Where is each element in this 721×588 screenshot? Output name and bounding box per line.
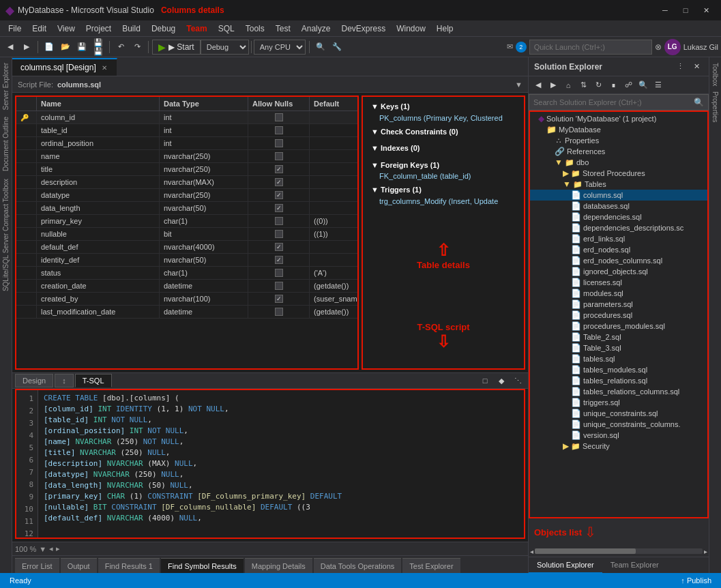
table-row[interactable]: name nvarchar(250) [16, 150, 357, 163]
cpu-select[interactable]: Any CPU x86 x64 [254, 40, 306, 55]
table-row[interactable]: creation_date datetime (getdate()) [16, 280, 357, 293]
se-sync-button[interactable]: ⇅ [576, 78, 590, 92]
toolbox-label[interactable]: Toolbox [710, 60, 720, 89]
se-horizontal-scrollbar[interactable]: ◂ ▸ [529, 546, 709, 557]
row-allownulls[interactable] [248, 228, 310, 240]
menu-help[interactable]: Help [431, 23, 459, 35]
null-checkbox[interactable] [275, 178, 283, 186]
se-project-item[interactable]: 📁 MyDatabase [530, 124, 707, 135]
se-properties-item[interactable]: ⛬ Properties [530, 135, 707, 146]
se-file-item[interactable]: 📄 procedures_modules.sql [530, 321, 707, 332]
row-allownulls[interactable] [248, 124, 310, 136]
se-file-item[interactable]: 📄 erd_nodes.sql [530, 244, 707, 255]
tab-columns-design[interactable]: columns.sql [Design] ✕ [12, 58, 117, 76]
toolbar-btn-2[interactable]: 🔧 [329, 40, 344, 55]
nav-forward-button[interactable]: ▶ [19, 40, 34, 55]
toolbar-btn-1[interactable]: 🔍 [313, 40, 328, 55]
script-file-dropdown[interactable]: ▼ [515, 80, 523, 89]
tsql-tab[interactable]: T-SQL [75, 374, 112, 387]
row-allownulls[interactable] [248, 306, 310, 318]
close-button[interactable]: ✕ [696, 3, 716, 17]
se-search-input[interactable] [533, 98, 691, 106]
tab-close-button[interactable]: ✕ [100, 63, 108, 72]
minimize-button[interactable]: ─ [656, 3, 675, 17]
editor-ctrl-3[interactable]: ⋱ [510, 373, 525, 388]
se-menu-button[interactable]: ☰ [651, 78, 665, 92]
se-tab-solution[interactable]: Solution Explorer [529, 557, 602, 574]
maximize-button[interactable]: □ [676, 3, 695, 17]
null-checkbox[interactable] [275, 308, 283, 316]
se-file-item[interactable]: 📄 ignored_objects.sql [530, 266, 707, 277]
scroll-right-button[interactable]: ▸ [704, 548, 707, 555]
se-back-button[interactable]: ◀ [531, 78, 545, 92]
null-checkbox[interactable] [275, 204, 283, 212]
row-allownulls[interactable] [248, 111, 310, 123]
row-allownulls[interactable] [248, 163, 310, 175]
menu-test[interactable]: Test [270, 23, 296, 35]
null-checkbox[interactable] [275, 217, 283, 225]
menu-sql[interactable]: SQL [213, 23, 240, 35]
row-allownulls[interactable] [248, 241, 310, 253]
table-row[interactable]: table_id int [16, 124, 357, 137]
menu-view[interactable]: View [52, 23, 80, 35]
table-row[interactable]: status char(1) ('A') [16, 267, 357, 280]
zoom-dropdown[interactable]: ▼ [39, 545, 46, 553]
null-checkbox[interactable] [275, 139, 283, 147]
row-allownulls[interactable] [248, 137, 310, 149]
se-file-item[interactable]: 📄 columns.sql [530, 190, 707, 201]
se-refresh-button[interactable]: ↻ [591, 78, 605, 92]
se-tab-team[interactable]: Team Explorer [602, 557, 667, 574]
null-checkbox[interactable] [275, 295, 283, 303]
row-allownulls[interactable] [248, 267, 310, 279]
undo-button[interactable]: ↶ [113, 40, 128, 55]
sort-tab[interactable]: ↕ [55, 374, 74, 387]
se-file-item[interactable]: 📄 erd_links.sql [530, 233, 707, 244]
se-file-item[interactable]: 📄 dependencies.sql [530, 211, 707, 222]
row-allownulls[interactable] [248, 293, 310, 305]
table-row[interactable]: identity_def nvarchar(50) [16, 254, 357, 267]
null-checkbox[interactable] [275, 126, 283, 134]
se-file-item[interactable]: 📄 procedures.sql [530, 310, 707, 321]
tab-test-explorer[interactable]: Test Explorer [402, 558, 460, 573]
redo-button[interactable]: ↷ [130, 40, 145, 55]
se-file-item[interactable]: 📄 erd_nodes_columns.sql [530, 255, 707, 266]
save-button[interactable]: 💾 [74, 40, 89, 55]
row-allownulls[interactable] [248, 189, 310, 201]
new-file-button[interactable]: 📄 [42, 40, 57, 55]
editor-ctrl-1[interactable]: □ [477, 373, 492, 388]
se-dbo-item[interactable]: ▼ 📁 dbo [530, 157, 707, 168]
se-file-item[interactable]: 📄 parameters.sql [530, 299, 707, 310]
design-tab[interactable]: Design [15, 374, 53, 387]
tab-output[interactable]: Output [61, 558, 97, 573]
user-avatar[interactable]: LG [664, 39, 681, 55]
menu-edit[interactable]: Edit [27, 23, 52, 35]
table-row[interactable]: default_def nvarchar(4000) [16, 241, 357, 254]
menu-file[interactable]: File [3, 23, 27, 35]
table-row[interactable]: nullable bit ((1)) [16, 228, 357, 241]
se-tables-item[interactable]: ▼ 📁 Tables [530, 179, 707, 190]
se-home-button[interactable]: ⌂ [561, 78, 575, 92]
editor-ctrl-2[interactable]: ◆ [494, 373, 509, 388]
save-all-button[interactable]: 💾💾 [91, 40, 106, 55]
se-file-item[interactable]: 📄 Table_2.sql [530, 332, 707, 342]
menu-devexpress[interactable]: DevExpress [336, 23, 391, 35]
se-file-item[interactable]: 📄 tables_modules.sql [530, 364, 707, 375]
se-security-item[interactable]: ▶ 📁 Security [530, 441, 707, 452]
table-row[interactable]: ordinal_position int [16, 137, 357, 150]
table-row[interactable]: created_by nvarchar(100) (suser_sname()) [16, 293, 357, 306]
menu-debug[interactable]: Debug [146, 23, 181, 35]
null-checkbox[interactable] [275, 243, 283, 251]
null-checkbox[interactable] [275, 269, 283, 277]
se-file-item[interactable]: 📄 tables.sql [530, 353, 707, 364]
null-checkbox[interactable] [275, 165, 283, 173]
se-file-item[interactable]: 📄 version.sql [530, 430, 707, 441]
table-row[interactable]: title nvarchar(250) [16, 163, 357, 176]
status-publish[interactable]: ↑ Publish [677, 576, 716, 585]
se-collapse-button[interactable]: ∎ [606, 78, 620, 92]
status-ready[interactable]: Ready [5, 576, 35, 585]
row-allownulls[interactable] [248, 254, 310, 266]
menu-tools[interactable]: Tools [240, 23, 270, 35]
sql-code-content[interactable]: CREATE TABLE [dbo].[columns] ( [column_i… [38, 390, 524, 538]
table-row[interactable]: data_length nvarchar(50) [16, 202, 357, 215]
se-close-button[interactable]: ✕ [690, 60, 703, 74]
